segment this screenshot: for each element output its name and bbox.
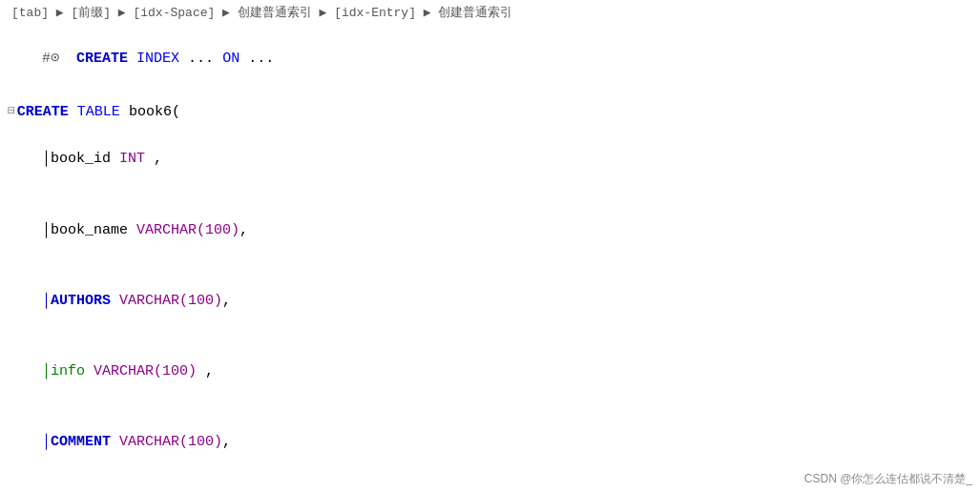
code-editor: [tab] ▶ [前缀] ▶ [idx-Space] ▶ 创建普通索引 ▶ [i…: [0, 0, 980, 492]
info-name: │info: [42, 363, 85, 379]
create-kw: CREATE: [17, 101, 69, 125]
index-word: INDEX: [136, 51, 179, 67]
header-comment-line: #⊙ CREATE INDEX ... ON ...: [8, 25, 980, 95]
varchar-type-1: VARCHAR(100): [136, 222, 240, 238]
field-comment: │COMMENT VARCHAR(100),: [8, 408, 980, 479]
field-book-name: │book_name VARCHAR(100),: [8, 195, 980, 266]
authors-name: │AUTHORS: [42, 293, 111, 309]
table-kw: TABLE: [77, 101, 120, 125]
index-keyword: [128, 51, 136, 67]
comment-name: │COMMENT: [42, 434, 111, 450]
int-type: INT: [119, 151, 145, 167]
field-book-id: │book_id INT ,: [8, 125, 980, 195]
dots-end: ...: [240, 51, 274, 67]
breadcrumb: [tab] ▶ [前缀] ▶ [idx-Space] ▶ 创建普通索引 ▶ [i…: [8, 4, 980, 23]
breadcrumb-text: [tab] ▶ [前缀] ▶ [idx-Space] ▶ 创建普通索引 ▶ [i…: [11, 6, 512, 20]
varchar-type-3: VARCHAR(100): [94, 363, 197, 379]
varchar-type-2: VARCHAR(100): [119, 293, 222, 309]
on-word: ON: [222, 51, 240, 67]
rest-of-comment: ...: [179, 51, 222, 67]
collapse-icon[interactable]: ⊟: [8, 101, 15, 121]
watermark: CSDN @你怎么连估都说不清楚_: [804, 470, 972, 488]
table-name: book6(: [120, 101, 180, 125]
varchar-type-4: VARCHAR(100): [119, 434, 222, 450]
create-keyword: CREATE: [76, 51, 128, 67]
field-info: │info VARCHAR(100) ,: [8, 337, 980, 407]
create-table-line: ⊟CREATE TABLE book6(: [8, 101, 980, 125]
field-authors: │AUTHORS VARCHAR(100),: [8, 266, 980, 337]
hash-symbol: #⊙: [42, 51, 76, 67]
